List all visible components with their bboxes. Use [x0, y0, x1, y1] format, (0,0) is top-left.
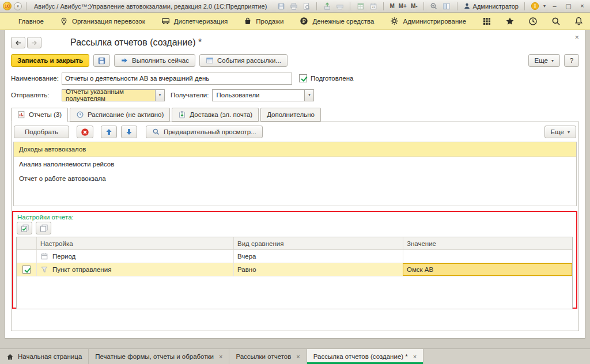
- tab-label: Расписание (не активно): [88, 111, 164, 118]
- open-windows-tabbar: Начальная страница Печатные формы, отчет…: [0, 348, 590, 364]
- menu-item-cash[interactable]: Денежные средства: [300, 17, 374, 25]
- tab-delivery[interactable]: Доставка (эл. почта): [172, 108, 259, 122]
- divider: [457, 2, 457, 10]
- current-user[interactable]: Администратор: [463, 2, 519, 10]
- notifications-bell-icon[interactable]: [574, 17, 583, 25]
- save-icon[interactable]: [277, 2, 285, 10]
- memory-add-button[interactable]: M+: [399, 3, 407, 9]
- minimize-button[interactable]: –: [550, 2, 559, 10]
- arrow-down-icon: [125, 128, 133, 136]
- reports-tab-panel: Подобрать Предварительный просмотр... Ещ…: [11, 122, 579, 331]
- tab-label: Дополнительно: [267, 111, 315, 118]
- gear-icon: [390, 17, 399, 25]
- move-down-button[interactable]: [121, 126, 137, 138]
- move-up-button[interactable]: [101, 126, 117, 138]
- menu-item-dispatching[interactable]: Диспетчеризация: [161, 17, 228, 25]
- info-icon[interactable]: [531, 2, 539, 10]
- report-row[interactable]: Отчет о работе автовокзала: [14, 171, 576, 185]
- tab-home-page[interactable]: Начальная страница: [0, 349, 89, 364]
- run-now-button[interactable]: Выполнить сейчас: [114, 54, 195, 67]
- history-icon[interactable]: [528, 17, 538, 26]
- calendar-icon[interactable]: 31: [369, 2, 377, 10]
- form-tabstrip: Отчеты (3) Расписание (не активно) Доста…: [11, 108, 579, 122]
- tab-close-icon[interactable]: ×: [296, 353, 300, 360]
- help-button[interactable]: ?: [564, 54, 579, 67]
- back-button[interactable]: [11, 37, 25, 48]
- split-view-icon[interactable]: [442, 2, 451, 10]
- prepared-checkbox[interactable]: [299, 74, 307, 82]
- send-mode-value: Отчеты указанным получателям: [62, 89, 155, 101]
- print-icon[interactable]: [289, 2, 298, 10]
- tab-report-mailings[interactable]: Рассылки отчетов ×: [229, 349, 307, 364]
- mailing-events-button[interactable]: События рассылки...: [199, 54, 288, 67]
- more-label: Еще: [551, 128, 564, 135]
- setting-comparison[interactable]: Вчера: [233, 250, 403, 263]
- favorites-star-icon[interactable]: [505, 17, 515, 26]
- menu-item-transport-org[interactable]: Организация перевозок: [60, 17, 145, 25]
- name-input[interactable]: [62, 73, 292, 85]
- save-and-close-button[interactable]: Записать и закрыть: [11, 54, 89, 67]
- zoom-icon[interactable]: [430, 2, 438, 10]
- chevron-down-icon[interactable]: ▾: [155, 89, 165, 101]
- close-button[interactable]: ×: [577, 2, 587, 10]
- page-title: Рассылка отчетов (создание) *: [70, 37, 202, 48]
- more-label: Еще: [535, 57, 548, 64]
- window-title: Авибус / Авибус™:Управление автовокзалам…: [34, 3, 267, 10]
- setting-comparison[interactable]: Равно: [233, 263, 403, 276]
- calendar-icon: [40, 252, 48, 260]
- tab-close-icon[interactable]: ×: [413, 353, 417, 360]
- list-more-button[interactable]: Еще▾: [544, 126, 576, 138]
- form-close-icon[interactable]: ×: [574, 34, 579, 41]
- tab-close-icon[interactable]: ×: [219, 353, 222, 360]
- recipients-field-label: Получатели:: [171, 92, 209, 98]
- pick-reports-button[interactable]: Подобрать: [14, 126, 69, 138]
- menu-label: Главное: [18, 18, 44, 25]
- setting-value-active-cell[interactable]: Омск АВ: [403, 263, 572, 276]
- name-field-label: Наименование:: [11, 75, 62, 82]
- report-icon: [17, 111, 25, 119]
- settings-row-departure-point[interactable]: Пункт отправления Равно Омск АВ: [17, 263, 572, 276]
- tab-mailing-creation[interactable]: Рассылка отчетов (создание) * ×: [307, 349, 424, 364]
- tab-schedule[interactable]: Расписание (не активно): [70, 108, 170, 122]
- tab-reports[interactable]: Отчеты (3): [11, 108, 68, 122]
- search-icon[interactable]: [551, 17, 561, 26]
- mailing-events-label: События рассылки...: [217, 57, 281, 64]
- apps-grid-icon[interactable]: [482, 17, 491, 26]
- setting-value[interactable]: [403, 250, 572, 263]
- maximize-button[interactable]: ▢: [563, 2, 573, 10]
- tab-additional[interactable]: Дополнительно: [260, 108, 321, 122]
- settings-row-period[interactable]: Период Вчера: [17, 250, 572, 263]
- menu-item-main[interactable]: Главное: [18, 18, 44, 25]
- check-all-button[interactable]: [17, 222, 32, 234]
- report-row[interactable]: Доходы автовокзалов: [14, 142, 576, 157]
- comparison-column-header: Вид сравнения: [233, 237, 403, 249]
- more-button[interactable]: Еще▾: [528, 54, 560, 67]
- row-checkbox[interactable]: [22, 266, 31, 274]
- menu-item-sales[interactable]: Продажи: [244, 17, 283, 25]
- tab-printed-forms[interactable]: Печатные формы, отчеты и обработки ×: [89, 349, 229, 364]
- memory-subtract-button[interactable]: M-: [411, 3, 418, 9]
- save-button[interactable]: [93, 54, 110, 67]
- send-field-label: Отправлять:: [11, 92, 62, 98]
- memory-store-button[interactable]: M: [389, 3, 394, 9]
- chevron-down-icon[interactable]: ▾: [304, 89, 314, 101]
- forward-button[interactable]: [27, 37, 41, 48]
- menu-item-administration[interactable]: Администрирование: [390, 17, 466, 25]
- delete-report-button[interactable]: [77, 126, 93, 138]
- send-mode-select[interactable]: Отчеты указанным получателям ▾: [62, 89, 165, 101]
- menu-label: Денежные средства: [312, 18, 374, 25]
- recipients-select[interactable]: Пользователи ▾: [212, 89, 314, 101]
- report-row[interactable]: Анализ наполняемости рейсов: [14, 157, 576, 171]
- run-now-label: Выполнить сейчас: [132, 57, 189, 64]
- preview-button[interactable]: Предварительный просмотр...: [146, 126, 263, 138]
- print-preview-icon[interactable]: [302, 2, 311, 10]
- tab-label: Отчеты (3): [29, 111, 62, 118]
- info-dropdown-icon[interactable]: ▾: [543, 3, 546, 9]
- table-icon[interactable]: [356, 2, 365, 10]
- main-menubar: Главное Организация перевозок Диспетчери…: [0, 13, 590, 30]
- uncheck-all-button[interactable]: [36, 222, 51, 234]
- print-settings-icon[interactable]: [335, 2, 344, 10]
- system-menu-dropdown[interactable]: ▾: [14, 2, 22, 10]
- arrow-up-icon: [105, 128, 113, 136]
- send-icon[interactable]: [323, 2, 331, 10]
